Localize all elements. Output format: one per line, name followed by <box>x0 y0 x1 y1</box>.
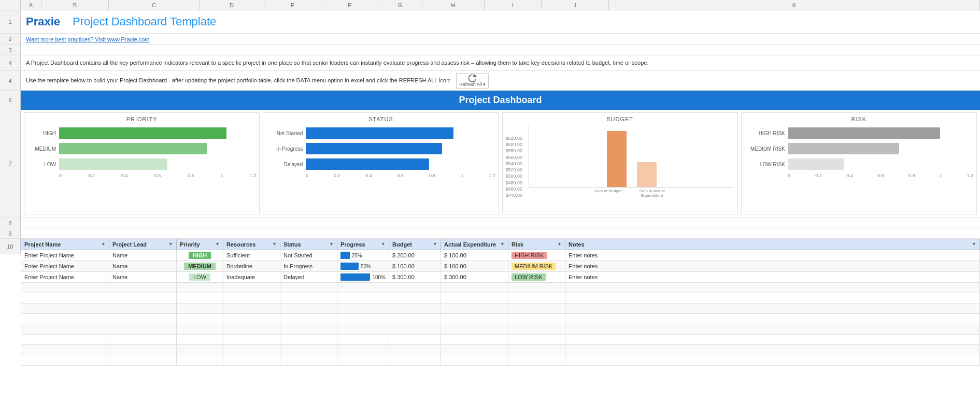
empty-cell[interactable] <box>565 324 980 335</box>
empty-cell[interactable] <box>223 345 280 355</box>
td-actual-expenditure[interactable]: $ 100.00 <box>441 250 508 261</box>
th-risk[interactable]: Risk ▼ <box>508 239 565 250</box>
empty-cell[interactable] <box>21 314 109 324</box>
empty-cell[interactable] <box>389 303 441 314</box>
td-project-lead[interactable]: Name <box>109 261 177 272</box>
empty-cell[interactable] <box>280 335 337 345</box>
empty-cell[interactable] <box>565 345 980 355</box>
empty-cell[interactable] <box>508 283 565 293</box>
td-resources[interactable]: Borderline <box>223 261 280 272</box>
empty-cell[interactable] <box>508 345 565 355</box>
empty-cell[interactable] <box>177 345 223 355</box>
empty-cell[interactable] <box>441 324 508 335</box>
td-project-name[interactable]: Enter Project Name <box>21 250 109 261</box>
td-resources[interactable]: Sufficient <box>223 250 280 261</box>
empty-cell[interactable] <box>389 283 441 293</box>
th-actual-expenditure[interactable]: Actual Expenditure ▼ <box>441 239 508 250</box>
td-notes[interactable]: Enter notes <box>565 250 980 261</box>
empty-cell[interactable] <box>441 303 508 314</box>
empty-cell[interactable] <box>280 345 337 355</box>
refresh-icon-box[interactable]: Refresh All ▾ <box>456 73 489 89</box>
empty-cell[interactable] <box>109 293 177 303</box>
th-dropdown-notes[interactable]: ▼ <box>972 241 976 247</box>
th-dropdown-project-name[interactable]: ▼ <box>101 241 106 247</box>
empty-cell[interactable] <box>21 345 109 355</box>
empty-cell[interactable] <box>337 324 389 335</box>
empty-cell[interactable] <box>177 324 223 335</box>
empty-cell[interactable] <box>565 303 980 314</box>
empty-cell[interactable] <box>565 283 980 293</box>
empty-cell[interactable] <box>508 293 565 303</box>
empty-cell[interactable] <box>177 355 223 366</box>
empty-cell[interactable] <box>337 355 389 366</box>
empty-cell[interactable] <box>565 293 980 303</box>
empty-cell[interactable] <box>280 355 337 366</box>
empty-cell[interactable] <box>389 293 441 303</box>
empty-cell[interactable] <box>223 293 280 303</box>
empty-cell[interactable] <box>109 314 177 324</box>
empty-cell[interactable] <box>441 283 508 293</box>
th-dropdown-status[interactable]: ▼ <box>329 241 334 247</box>
empty-cell[interactable] <box>177 335 223 345</box>
td-status[interactable]: In Progress <box>280 261 337 272</box>
empty-cell[interactable] <box>21 355 109 366</box>
td-project-lead[interactable]: Name <box>109 272 177 283</box>
empty-cell[interactable] <box>109 335 177 345</box>
td-status[interactable]: Delayed <box>280 272 337 283</box>
empty-cell[interactable] <box>280 314 337 324</box>
empty-cell[interactable] <box>508 314 565 324</box>
empty-cell[interactable] <box>223 324 280 335</box>
td-budget[interactable]: $ 100.00 <box>389 261 441 272</box>
empty-cell[interactable] <box>21 283 109 293</box>
empty-cell[interactable] <box>109 355 177 366</box>
td-actual-expenditure[interactable]: $ 100.00 <box>441 261 508 272</box>
empty-cell[interactable] <box>280 293 337 303</box>
td-project-name[interactable]: Enter Project Name <box>21 261 109 272</box>
empty-cell[interactable] <box>223 314 280 324</box>
empty-cell[interactable] <box>441 355 508 366</box>
empty-cell[interactable] <box>223 355 280 366</box>
empty-cell[interactable] <box>280 303 337 314</box>
td-status[interactable]: Not Started <box>280 250 337 261</box>
empty-cell[interactable] <box>389 314 441 324</box>
th-status[interactable]: Status ▼ <box>280 239 337 250</box>
td-project-lead[interactable]: Name <box>109 250 177 261</box>
td-project-name[interactable]: Enter Project Name <box>21 272 109 283</box>
empty-cell[interactable] <box>223 335 280 345</box>
empty-cell[interactable] <box>280 324 337 335</box>
empty-cell[interactable] <box>109 303 177 314</box>
empty-cell[interactable] <box>389 355 441 366</box>
th-dropdown-actual-expenditure[interactable]: ▼ <box>500 241 505 247</box>
th-resources[interactable]: Resources ▼ <box>223 239 280 250</box>
empty-cell[interactable] <box>389 324 441 335</box>
th-notes[interactable]: Notes ▼ <box>565 239 980 250</box>
th-dropdown-priority[interactable]: ▼ <box>215 241 220 247</box>
empty-cell[interactable] <box>337 335 389 345</box>
empty-cell[interactable] <box>389 335 441 345</box>
empty-cell[interactable] <box>441 314 508 324</box>
empty-cell[interactable] <box>441 345 508 355</box>
th-priority[interactable]: Priority ▼ <box>177 239 223 250</box>
empty-cell[interactable] <box>21 335 109 345</box>
td-resources[interactable]: Inadequate <box>223 272 280 283</box>
empty-cell[interactable] <box>280 283 337 293</box>
empty-cell[interactable] <box>337 293 389 303</box>
th-dropdown-progress[interactable]: ▼ <box>381 241 386 247</box>
empty-cell[interactable] <box>177 314 223 324</box>
empty-cell[interactable] <box>337 283 389 293</box>
empty-cell[interactable] <box>109 283 177 293</box>
empty-cell[interactable] <box>565 314 980 324</box>
empty-cell[interactable] <box>177 303 223 314</box>
empty-cell[interactable] <box>565 355 980 366</box>
th-dropdown-budget[interactable]: ▼ <box>433 241 437 247</box>
th-dropdown-risk[interactable]: ▼ <box>557 241 562 247</box>
empty-cell[interactable] <box>508 324 565 335</box>
th-dropdown-resources[interactable]: ▼ <box>272 241 277 247</box>
empty-cell[interactable] <box>389 345 441 355</box>
empty-cell[interactable] <box>177 293 223 303</box>
empty-cell[interactable] <box>21 324 109 335</box>
empty-cell[interactable] <box>109 324 177 335</box>
praxie-link[interactable]: Want more best practices? Visit www.Prax… <box>26 36 149 42</box>
empty-cell[interactable] <box>109 345 177 355</box>
td-actual-expenditure[interactable]: $ 300.00 <box>441 272 508 283</box>
